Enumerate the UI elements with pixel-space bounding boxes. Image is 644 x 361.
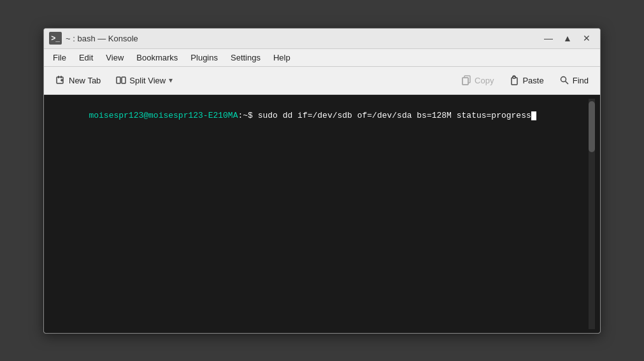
terminal-prompt-symbol: :~$ <box>238 111 252 120</box>
find-button[interactable]: Find <box>553 72 595 88</box>
konsole-icon: >_ <box>49 32 62 45</box>
copy-icon <box>461 75 471 85</box>
maximize-button[interactable]: ▲ <box>559 31 576 45</box>
svg-line-13 <box>565 81 568 85</box>
menu-view[interactable]: View <box>99 51 130 64</box>
window-controls: — ▲ ✕ <box>540 31 595 45</box>
paste-label: Paste <box>522 76 543 85</box>
terminal-area[interactable]: moisespr123@moisespr123-E210MA:~$ sudo d… <box>44 95 600 333</box>
toolbar: New Tab Split View ▾ Copy <box>44 67 600 95</box>
split-view-label: Split View <box>129 76 166 85</box>
new-tab-icon <box>55 75 66 85</box>
new-tab-label: New Tab <box>69 76 101 85</box>
new-tab-button[interactable]: New Tab <box>49 72 107 88</box>
terminal-cursor <box>531 111 536 120</box>
paste-icon <box>509 75 519 85</box>
terminal-line-1: moisespr123@moisespr123-E210MA:~$ sudo d… <box>49 99 589 134</box>
terminal-command: sudo dd if=/dev/sdb of=/dev/sda bs=128M … <box>253 111 531 120</box>
title-bar: >_ ~ : bash — Konsole — ▲ ✕ <box>44 29 600 49</box>
svg-rect-8 <box>462 78 468 85</box>
window-title: ~ : bash — Konsole <box>66 34 138 43</box>
minimize-button[interactable]: — <box>540 31 557 45</box>
svg-rect-11 <box>513 76 515 78</box>
menu-bar: File Edit View Bookmarks Plugins Setting… <box>44 49 600 67</box>
find-label: Find <box>573 76 589 85</box>
split-view-button[interactable]: Split View ▾ <box>110 72 179 88</box>
terminal-content[interactable]: moisespr123@moisespr123-E210MA:~$ sudo d… <box>49 99 589 329</box>
split-view-icon <box>116 75 126 85</box>
menu-edit[interactable]: Edit <box>73 51 99 64</box>
split-view-dropdown-arrow[interactable]: ▾ <box>169 76 173 85</box>
menu-help[interactable]: Help <box>267 51 297 64</box>
menu-bookmarks[interactable]: Bookmarks <box>130 51 184 64</box>
svg-rect-6 <box>122 77 125 83</box>
paste-button[interactable]: Paste <box>503 72 550 88</box>
svg-point-12 <box>561 77 566 82</box>
title-bar-left: >_ ~ : bash — Konsole <box>49 32 138 45</box>
konsole-window: >_ ~ : bash — Konsole — ▲ ✕ File Edit Vi… <box>43 28 601 334</box>
terminal-prompt-user: moisespr123@moisespr123-E210MA <box>89 111 238 120</box>
menu-plugins[interactable]: Plugins <box>184 51 224 64</box>
find-icon <box>559 75 569 85</box>
svg-rect-5 <box>117 77 120 83</box>
copy-label: Copy <box>475 76 494 85</box>
menu-file[interactable]: File <box>47 51 73 64</box>
menu-settings[interactable]: Settings <box>224 51 267 64</box>
close-button[interactable]: ✕ <box>578 31 595 45</box>
scrollbar-thumb[interactable] <box>589 101 595 152</box>
copy-button[interactable]: Copy <box>455 72 500 88</box>
scrollbar-track[interactable] <box>589 99 595 329</box>
